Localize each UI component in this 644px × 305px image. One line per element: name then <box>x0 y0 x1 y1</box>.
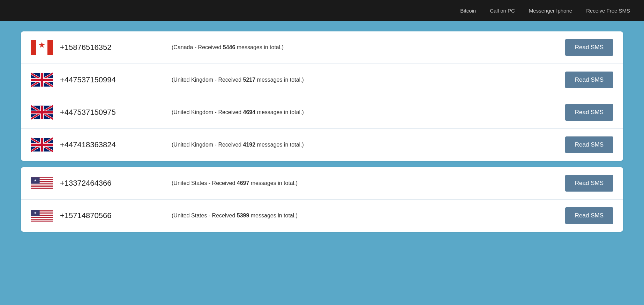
phone-row: +15876516352(Canada - Received 5446 mess… <box>21 31 623 64</box>
svg-rect-19 <box>31 216 53 217</box>
phone-description: (United Kingdom - Received 4192 messages… <box>158 142 565 148</box>
svg-rect-2 <box>47 40 53 55</box>
nav-link-bitcoin[interactable]: Bitcoin <box>460 8 476 14</box>
nav-link-call-on-pc[interactable]: Call on PC <box>490 8 515 14</box>
read-sms-button[interactable]: Read SMS <box>565 175 613 192</box>
svg-text:★: ★ <box>34 178 37 182</box>
svg-rect-21 <box>31 220 53 221</box>
phone-number: +447537150994 <box>60 75 158 84</box>
main-nav: BitcoinCall on PCMessenger IphoneReceive… <box>460 8 630 14</box>
read-sms-button[interactable]: Read SMS <box>565 136 613 153</box>
main-content: +15876516352(Canada - Received 5446 mess… <box>0 21 644 248</box>
phone-description: (United Kingdom - Received 5217 messages… <box>158 77 565 83</box>
phone-number: +447537150975 <box>60 108 158 117</box>
nav-link-messenger-iphone[interactable]: Messenger Iphone <box>529 8 572 14</box>
phone-row: +447537150994(United Kingdom - Received … <box>21 64 623 96</box>
svg-rect-1 <box>31 40 36 55</box>
phone-number: +447418363824 <box>60 140 158 149</box>
phone-description: (United States - Received 4697 messages … <box>158 180 565 186</box>
svg-rect-11 <box>31 185 53 186</box>
phone-row: ★ +15714870566(United States - Received … <box>21 200 623 232</box>
flag-canada <box>31 40 53 55</box>
flag-us: ★ <box>31 208 53 223</box>
group-uk-ca: +15876516352(Canada - Received 5446 mess… <box>21 31 623 161</box>
phone-description: (United States - Received 5399 messages … <box>158 213 565 219</box>
phone-number: +15714870566 <box>60 211 158 220</box>
phone-number: +13372464366 <box>60 179 158 188</box>
read-sms-button[interactable]: Read SMS <box>565 39 613 56</box>
phone-row: +447537150975(United Kingdom - Received … <box>21 96 623 129</box>
read-sms-button[interactable]: Read SMS <box>565 72 613 88</box>
site-header: BitcoinCall on PCMessenger IphoneReceive… <box>0 0 644 21</box>
phone-description: (United Kingdom - Received 4694 messages… <box>158 109 565 116</box>
flag-uk <box>31 105 53 120</box>
svg-rect-10 <box>31 184 53 185</box>
read-sms-button[interactable]: Read SMS <box>565 207 613 224</box>
nav-link-receive-free-sms[interactable]: Receive Free SMS <box>586 8 630 14</box>
read-sms-button[interactable]: Read SMS <box>565 104 613 121</box>
phone-number: +15876516352 <box>60 43 158 52</box>
phone-row: +447418363824(United Kingdom - Received … <box>21 129 623 161</box>
group-us: ★ +13372464366(United States - Received … <box>21 167 623 232</box>
phone-row: ★ +13372464366(United States - Received … <box>21 167 623 200</box>
svg-text:★: ★ <box>34 211 37 215</box>
phone-description: (Canada - Received 5446 messages in tota… <box>158 44 565 51</box>
svg-rect-12 <box>31 187 53 188</box>
flag-uk <box>31 137 53 152</box>
svg-rect-20 <box>31 218 53 219</box>
flag-us: ★ <box>31 176 53 191</box>
flag-uk <box>31 72 53 88</box>
